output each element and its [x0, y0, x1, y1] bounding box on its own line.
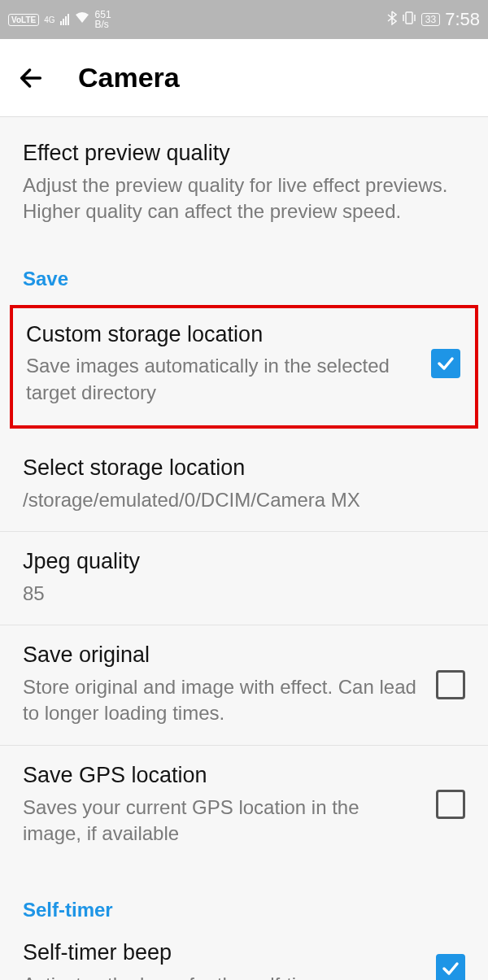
setting-subtitle: Store original and image with effect. Ca… — [23, 674, 420, 727]
section-header-self-timer: Self-timer — [0, 865, 488, 928]
battery-icon: 33 — [421, 13, 440, 26]
setting-self-timer-beep[interactable]: Self-timer beep Activates the beep for t… — [0, 928, 488, 980]
setting-save-original[interactable]: Save original Store original and image w… — [0, 625, 488, 745]
bluetooth-icon — [387, 11, 397, 29]
volte-icon: VoLTE — [8, 14, 39, 26]
network-speed: 651B/s — [95, 10, 111, 29]
network-gen: 4G — [44, 15, 54, 24]
setting-effect-preview-quality[interactable]: Effect preview quality Adjust the previe… — [0, 117, 488, 243]
status-left: VoLTE 4G 651B/s — [8, 10, 111, 29]
setting-custom-storage-location[interactable]: Custom storage location Save images auto… — [13, 308, 475, 426]
setting-subtitle: /storage/emulated/0/DCIM/Camera MX — [23, 487, 465, 513]
status-bar: VoLTE 4G 651B/s 33 7:58 — [0, 0, 488, 39]
back-button[interactable] — [16, 63, 46, 93]
setting-title: Save original — [23, 642, 420, 669]
app-bar: Camera — [0, 39, 488, 117]
setting-subtitle: 85 — [23, 581, 465, 607]
setting-subtitle: Save images automatically in the selecte… — [26, 353, 415, 406]
checkbox-save-original[interactable] — [436, 670, 465, 699]
check-icon — [436, 354, 455, 373]
checkbox-save-gps[interactable] — [436, 790, 465, 819]
highlight-box: Custom storage location Save images auto… — [10, 305, 478, 429]
clock: 7:58 — [445, 9, 480, 30]
setting-jpeg-quality[interactable]: Jpeg quality 85 — [0, 531, 488, 625]
setting-title: Custom storage location — [26, 321, 415, 349]
wifi-icon — [74, 11, 90, 28]
check-icon — [441, 959, 460, 978]
setting-title: Effect preview quality — [23, 140, 465, 168]
checkbox-custom-storage[interactable] — [431, 349, 460, 378]
setting-title: Self-timer beep — [23, 939, 420, 967]
setting-title: Save GPS location — [23, 762, 420, 790]
cell-signal-icon — [60, 14, 69, 25]
setting-title: Select storage location — [23, 455, 465, 482]
setting-save-gps-location[interactable]: Save GPS location Saves your current GPS… — [0, 745, 488, 865]
arrow-left-icon — [17, 64, 45, 92]
setting-subtitle: Activates the beep for the self-timer — [23, 972, 420, 980]
setting-title: Jpeg quality — [23, 548, 465, 576]
section-header-save: Save — [0, 243, 488, 297]
checkbox-self-timer-beep[interactable] — [436, 954, 465, 980]
setting-subtitle: Adjust the preview quality for live effe… — [23, 172, 465, 225]
vibrate-icon — [402, 11, 416, 29]
status-right: 33 7:58 — [387, 9, 480, 30]
svg-rect-0 — [406, 12, 412, 24]
page-title: Camera — [78, 62, 180, 94]
settings-list: Effect preview quality Adjust the previe… — [0, 117, 488, 980]
setting-subtitle: Saves your current GPS location in the i… — [23, 795, 420, 847]
setting-select-storage-location[interactable]: Select storage location /storage/emulate… — [0, 429, 488, 531]
